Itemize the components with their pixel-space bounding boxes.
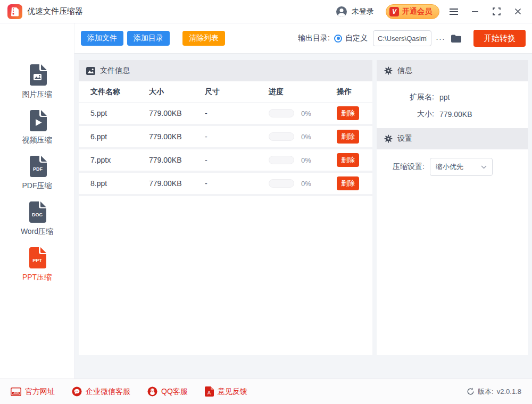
column-progress: 进度 xyxy=(269,87,337,97)
open-vip-button[interactable]: V 开通会员 xyxy=(386,4,439,19)
progress-bar xyxy=(269,156,294,164)
file-dimension: - xyxy=(205,109,269,117)
file-size: 779.00KB xyxy=(149,156,205,164)
chevron-down-icon xyxy=(481,165,487,169)
sidebar-item-image-compress[interactable]: 图片压缩 xyxy=(22,64,52,99)
size-label: 大小: xyxy=(377,110,434,119)
footer-link-label: 企业微信客服 xyxy=(86,387,130,397)
file-info-header: 文件信息 xyxy=(79,60,372,81)
sidebar-item-label: 视频压缩 xyxy=(22,136,52,145)
vip-button-label: 开通会员 xyxy=(402,7,432,16)
menu-icon[interactable] xyxy=(447,5,461,19)
version-info: 版本: v2.0.1.8 xyxy=(467,387,521,397)
settings-title: 设置 xyxy=(397,134,412,144)
main-content: 文件信息 文件名称 大小 尺寸 进度 操作 5.ppt 779.00KB - 0… xyxy=(74,54,532,378)
file-size: 779.00KB xyxy=(149,132,205,141)
minimize-icon[interactable] xyxy=(468,5,482,19)
info-title: 信息 xyxy=(397,66,412,75)
ppt-file-icon: PPT xyxy=(27,247,47,269)
app-title: 优速文件压缩器 xyxy=(27,6,83,16)
table-header: 文件名称 大小 尺寸 进度 操作 xyxy=(79,81,372,103)
footer-link-label: 官方网址 xyxy=(25,387,55,397)
version-label: 版本: xyxy=(478,387,494,397)
version-value: v2.0.1.8 xyxy=(497,388,521,395)
gear-icon xyxy=(384,66,393,75)
info-header: 信息 xyxy=(377,60,528,81)
feedback-link[interactable]: A 意见反馈 xyxy=(205,386,247,397)
official-website-link[interactable]: .com 官方网址 xyxy=(11,387,55,397)
table-row[interactable]: 5.ppt 779.00KB - 0% 删除 xyxy=(79,103,372,126)
vip-icon: V xyxy=(389,7,399,16)
user-icon xyxy=(336,6,347,18)
progress-bar xyxy=(269,179,294,188)
extension-value: ppt xyxy=(439,93,450,102)
sidebar: 图片压缩 视频压缩 PDF PDF压缩 DOC xyxy=(0,23,74,378)
titlebar: 优速文件压缩器 未登录 V 开通会员 xyxy=(0,0,532,23)
file-name: 6.ppt xyxy=(79,132,149,141)
folder-icon[interactable] xyxy=(451,34,462,43)
sidebar-item-ppt-compress[interactable]: PPT PPT压缩 xyxy=(22,247,52,282)
progress-percent: 0% xyxy=(301,180,311,188)
file-name: 5.ppt xyxy=(79,109,149,117)
extension-label: 扩展名: xyxy=(377,92,434,102)
file-info-title: 文件信息 xyxy=(100,66,130,75)
delete-button[interactable]: 删除 xyxy=(337,106,359,120)
footer-link-label: 意见反馈 xyxy=(218,387,247,397)
progress-bar xyxy=(269,109,294,117)
login-status-label: 未登录 xyxy=(352,7,374,16)
doc-file-icon: DOC xyxy=(27,201,47,223)
footer: .com 官方网址 企业微信客服 QQ客服 xyxy=(0,378,532,404)
login-status[interactable]: 未登录 xyxy=(336,6,374,18)
sidebar-item-video-compress[interactable]: 视频压缩 xyxy=(22,110,52,145)
qq-icon xyxy=(147,386,157,397)
delete-button[interactable]: 删除 xyxy=(337,176,359,190)
browse-more-button[interactable]: ··· xyxy=(436,34,445,43)
add-file-button[interactable]: 添加文件 xyxy=(81,31,123,46)
progress-bar xyxy=(269,132,294,141)
start-convert-button[interactable]: 开始转换 xyxy=(473,30,526,47)
delete-button[interactable]: 删除 xyxy=(337,130,359,144)
maximize-icon[interactable] xyxy=(489,5,503,19)
compression-setting-label: 压缩设置: xyxy=(393,162,425,172)
svg-text:DOC: DOC xyxy=(32,212,43,217)
toolbar: 添加文件 添加目录 清除列表 输出目录: 自定义 ··· 开始转换 xyxy=(74,23,532,54)
close-icon[interactable] xyxy=(511,5,525,19)
image-icon xyxy=(86,67,95,75)
file-rows: 5.ppt 779.00KB - 0% 删除 6.ppt 779.00KB - … xyxy=(79,103,372,355)
progress-percent: 0% xyxy=(301,110,311,117)
file-size: 779.00KB xyxy=(149,109,205,117)
table-row[interactable]: 8.ppt 779.00KB - 0% 删除 xyxy=(79,173,372,196)
table-row[interactable]: 7.pptx 779.00KB - 0% 删除 xyxy=(79,149,372,173)
video-file-icon xyxy=(27,110,47,132)
website-icon: .com xyxy=(11,388,21,396)
custom-radio-label: 自定义 xyxy=(345,33,368,43)
column-dimension: 尺寸 xyxy=(205,87,269,97)
gear-icon xyxy=(384,134,393,143)
file-name: 7.pptx xyxy=(79,156,149,164)
output-path-input[interactable] xyxy=(373,30,431,46)
file-size: 779.00KB xyxy=(149,179,205,188)
svg-text:A: A xyxy=(207,390,211,395)
custom-radio[interactable] xyxy=(334,35,342,43)
compression-mode-select[interactable]: 缩小优先 xyxy=(430,158,493,176)
delete-button[interactable]: 删除 xyxy=(337,153,359,167)
file-dimension: - xyxy=(205,132,269,141)
refresh-icon[interactable] xyxy=(467,388,475,395)
settings-header: 设置 xyxy=(377,128,528,149)
add-directory-button[interactable]: 添加目录 xyxy=(127,31,170,46)
size-value: 779.00KB xyxy=(439,110,472,119)
clear-list-button[interactable]: 清除列表 xyxy=(182,31,225,46)
column-filename: 文件名称 xyxy=(79,87,149,97)
feedback-icon: A xyxy=(205,386,214,397)
pdf-file-icon: PDF xyxy=(27,155,47,178)
output-dir-label: 输出目录: xyxy=(298,33,330,43)
footer-link-label: QQ客服 xyxy=(161,387,188,397)
sidebar-item-pdf-compress[interactable]: PDF PDF压缩 xyxy=(22,155,52,191)
table-row[interactable]: 6.ppt 779.00KB - 0% 删除 xyxy=(79,126,372,149)
compression-mode-value: 缩小优先 xyxy=(436,162,463,172)
sidebar-item-word-compress[interactable]: DOC Word压缩 xyxy=(21,201,53,237)
qq-support-link[interactable]: QQ客服 xyxy=(147,386,188,397)
wechat-support-link[interactable]: 企业微信客服 xyxy=(72,386,130,397)
file-info-panel: 文件信息 文件名称 大小 尺寸 进度 操作 5.ppt 779.00KB - 0… xyxy=(79,60,372,355)
info-fields: 扩展名: ppt 大小: 779.00KB xyxy=(377,81,528,128)
